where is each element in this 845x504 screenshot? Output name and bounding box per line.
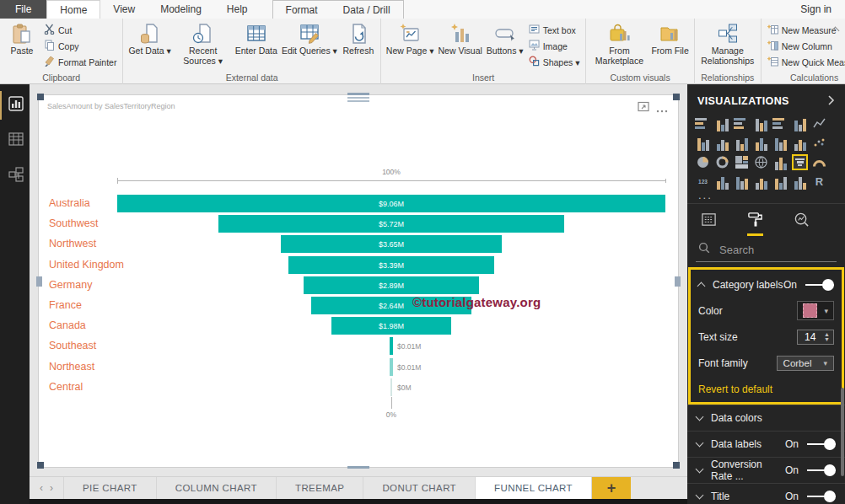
tab-help[interactable]: Help	[214, 0, 261, 19]
section-data-colors[interactable]: Data colors	[687, 405, 845, 431]
resize-handle-left[interactable]	[36, 276, 42, 287]
sign-in-button[interactable]: Sign in	[787, 0, 845, 19]
viz-icon-waterfall[interactable]	[792, 135, 808, 151]
more-visuals-button[interactable]: ...	[687, 191, 845, 203]
viz-icon-matrix[interactable]	[792, 174, 808, 190]
viz-icon-100-stacked-column[interactable]	[792, 115, 808, 131]
tab-format[interactable]	[747, 212, 763, 236]
page-tab-column-chart[interactable]: COLUMN CHART	[157, 477, 277, 499]
funnel-bar-central[interactable]	[390, 378, 392, 396]
format-painter-button[interactable]: Format Painter	[44, 56, 116, 68]
sidebar-item-model-view[interactable]	[0, 162, 30, 190]
cut-button[interactable]: Cut	[44, 24, 116, 36]
buttons-button[interactable]: Buttons ▾	[485, 21, 525, 56]
tab-data-drill[interactable]: Data / Drill	[331, 1, 403, 19]
viz-icon-ribbon[interactable]	[772, 135, 788, 151]
text-box-button[interactable]: Text box	[529, 24, 580, 36]
tab-analytics[interactable]	[794, 212, 810, 236]
tab-modeling[interactable]: Modeling	[148, 0, 214, 19]
shapes-button[interactable]: Shapes ▾	[529, 56, 580, 68]
funnel-bar-southeast[interactable]	[390, 337, 393, 355]
resize-handle-top-left[interactable]	[37, 94, 44, 100]
resize-handle-bottom-right[interactable]	[673, 462, 680, 469]
viz-icon-funnel[interactable]	[792, 154, 808, 170]
stepper-arrows-icon[interactable]: ▲▼	[824, 332, 830, 342]
viz-icon-slicer[interactable]	[753, 174, 769, 190]
viz-icon-clustered-bar[interactable]	[734, 115, 750, 131]
resize-handle-right[interactable]	[675, 276, 681, 287]
section-title[interactable]: TitleOn	[687, 483, 845, 504]
viz-icon-multi-row-card[interactable]	[714, 174, 730, 190]
resize-handle-top-right[interactable]	[673, 94, 680, 100]
tab-file[interactable]: File	[0, 0, 46, 19]
viz-icon-stacked-bar[interactable]	[695, 115, 711, 131]
font-family-dropdown[interactable]: Corbel ▾	[777, 356, 834, 371]
tab-view[interactable]: View	[100, 0, 148, 19]
funnel-chart-visual[interactable]: SalesAmount by SalesTerritoryRegion 100%…	[38, 94, 679, 468]
viz-icon-map[interactable]	[753, 154, 769, 170]
viz-icon-pie[interactable]	[695, 154, 711, 170]
from-marketplace-button[interactable]: From Marketplace	[589, 21, 649, 67]
manage-relationships-button[interactable]: Manage Relationships	[698, 21, 757, 67]
viz-icon-r-script[interactable]: R	[811, 174, 827, 190]
viz-icon-clustered-column[interactable]	[753, 115, 769, 131]
revert-to-default-link[interactable]: Revert to default	[698, 383, 834, 395]
edit-queries-button[interactable]: Edit Queries ▾	[280, 21, 339, 56]
prev-page-arrow-icon[interactable]: ‹	[40, 482, 43, 494]
viz-icon-card[interactable]: 123	[695, 174, 711, 190]
recent-sources-button[interactable]: Recent Sources ▾	[174, 21, 233, 67]
panel-scrollbar[interactable]	[841, 388, 844, 476]
copy-button[interactable]: Copy	[44, 40, 116, 52]
viz-icon-table[interactable]	[772, 174, 788, 190]
viz-icon-scatter[interactable]	[811, 135, 827, 151]
section-toggle[interactable]	[807, 437, 836, 451]
funnel-bar-northeast[interactable]	[390, 358, 393, 376]
tab-format[interactable]: Format	[273, 1, 331, 19]
section-toggle[interactable]	[807, 490, 836, 503]
resize-handle-bottom-left[interactable]	[37, 462, 44, 469]
viz-icon-area[interactable]	[695, 135, 711, 151]
viz-icon-donut[interactable]	[714, 154, 730, 170]
text-size-stepper[interactable]: 14 ▲▼	[797, 330, 834, 345]
section-conversion-rate[interactable]: Conversion Rate ...On	[687, 457, 845, 483]
viz-icon-stacked-column[interactable]	[714, 115, 730, 131]
image-button[interactable]: Image	[529, 40, 580, 52]
viz-icon-line[interactable]	[811, 115, 827, 131]
viz-icon-stacked-area[interactable]	[714, 135, 730, 151]
section-data-labels[interactable]: Data labelsOn	[687, 431, 845, 457]
search-input[interactable]	[718, 243, 826, 257]
category-labels-toggle[interactable]	[805, 278, 834, 292]
color-picker-dropdown[interactable]: ▾	[797, 301, 834, 320]
collapse-panel-icon[interactable]	[827, 94, 835, 109]
new-page-tab-button[interactable]: +	[592, 477, 631, 499]
viz-icon-kpi[interactable]	[734, 174, 750, 190]
viz-icon-line-clustered-column[interactable]	[753, 135, 769, 151]
viz-icon-gauge[interactable]	[811, 154, 827, 170]
viz-icon-100-stacked-bar[interactable]	[772, 115, 788, 131]
paste-button[interactable]: Paste	[3, 21, 40, 56]
section-toggle[interactable]	[807, 464, 836, 477]
page-tab-funnel-chart[interactable]: FUNNEL CHART	[476, 477, 592, 499]
collapse-ribbon-icon[interactable]	[832, 22, 838, 37]
category-labels-header[interactable]: Category labels On	[698, 271, 834, 298]
sidebar-item-report-view[interactable]	[0, 91, 30, 120]
viz-icon-treemap[interactable]	[734, 154, 750, 170]
drag-handle-bottom[interactable]	[347, 466, 369, 470]
page-tab-donut-chart[interactable]: DONUT CHART	[363, 477, 476, 499]
new-quick-measure-button[interactable]: New Quick Measure	[767, 56, 845, 68]
enter-data-button[interactable]: Enter Data	[234, 21, 279, 56]
page-tab-treemap[interactable]: TREEMAP	[277, 477, 363, 499]
new-page-button[interactable]: New Page ▾	[385, 21, 436, 56]
page-tab-pie-chart[interactable]: PIE CHART	[63, 477, 157, 499]
new-column-button[interactable]: New Column	[767, 40, 845, 52]
tab-fields[interactable]	[701, 212, 717, 236]
report-canvas[interactable]: SalesAmount by SalesTerritoryRegion 100%…	[30, 84, 687, 476]
new-visual-button[interactable]: New Visual	[436, 21, 483, 56]
sidebar-item-data-view[interactable]	[0, 126, 30, 155]
from-file-button[interactable]: From File	[649, 21, 690, 56]
viz-icon-filled-map[interactable]	[772, 154, 788, 170]
get-data-button[interactable]: Get Data ▾	[126, 21, 172, 56]
viz-icon-line-stacked-column[interactable]	[734, 135, 750, 151]
refresh-button[interactable]: Refresh	[340, 21, 377, 56]
next-page-arrow-icon[interactable]: ›	[50, 482, 53, 494]
